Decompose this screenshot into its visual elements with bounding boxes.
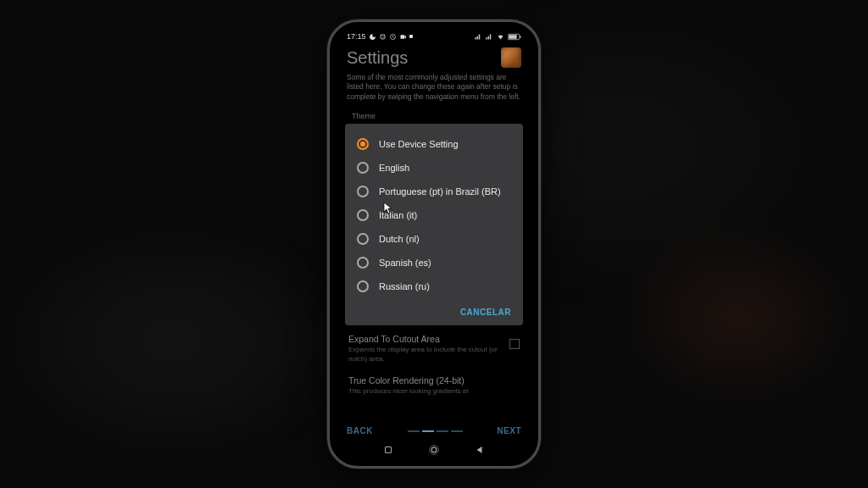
power-button <box>540 149 541 191</box>
radio-icon <box>357 138 369 150</box>
radio-icon <box>357 257 369 269</box>
battery-icon <box>508 33 521 41</box>
setting-title: True Color Rendering (24-bit) <box>348 375 520 385</box>
option-label: Dutch (nl) <box>379 234 420 244</box>
setting-expand-cutout[interactable]: Expand To Cutout Area Expands the displa… <box>347 325 521 367</box>
option-label: English <box>379 163 409 173</box>
signal-icon <box>474 33 482 41</box>
option-dutch[interactable]: Dutch (nl) <box>345 227 523 251</box>
setting-true-color[interactable]: True Color Rendering (24-bit) This produ… <box>347 367 521 396</box>
option-english[interactable]: English <box>345 156 523 180</box>
option-label: Italian (it) <box>379 210 417 220</box>
language-dialog: Use Device Setting English Portuguese (p… <box>345 124 523 325</box>
checkbox-expand[interactable] <box>509 339 520 349</box>
svg-rect-3 <box>520 35 520 37</box>
volume-down-button <box>327 166 328 193</box>
moon-icon <box>369 33 376 41</box>
svg-rect-4 <box>386 447 392 453</box>
cancel-button[interactable]: CANCELAR <box>460 308 511 317</box>
status-bar: 17:15 <box>335 27 533 42</box>
option-portuguese[interactable]: Portuguese (pt) in Brazil (BR) <box>345 180 523 203</box>
option-label: Portuguese (pt) in Brazil (BR) <box>379 186 501 197</box>
video-icon <box>399 33 407 41</box>
setting-title: Expand To Cutout Area <box>348 334 501 344</box>
section-label-theme: Theme <box>347 112 521 120</box>
radio-icon <box>357 233 369 245</box>
svg-rect-2 <box>509 35 517 38</box>
radio-icon <box>357 280 369 292</box>
avatar[interactable] <box>501 47 521 68</box>
option-russian[interactable]: Russian (ru) <box>345 274 523 298</box>
status-dot-icon <box>409 35 413 38</box>
clock-icon <box>389 33 397 41</box>
next-button[interactable]: NEXT <box>497 426 521 435</box>
status-time: 17:15 <box>347 32 366 41</box>
option-spanish[interactable]: Spanish (es) <box>345 251 523 274</box>
wifi-icon <box>496 33 505 41</box>
progress-indicator <box>408 430 463 432</box>
back-button[interactable]: BACK <box>347 426 373 435</box>
option-italian[interactable]: Italian (it) <box>345 203 523 227</box>
setting-desc: Expands the display area to include the … <box>348 346 501 363</box>
option-label: Russian (ru) <box>379 281 430 291</box>
recents-button[interactable] <box>382 444 394 456</box>
content-area: Settings Some of the most commonly adjus… <box>335 42 533 396</box>
option-label: Spanish (es) <box>379 258 431 268</box>
radio-icon <box>357 186 369 197</box>
phone-frame: 17:15 Settings Some of the most commonly… <box>327 19 541 469</box>
alarm-icon <box>379 33 387 41</box>
signal2-icon <box>485 33 493 41</box>
radio-icon <box>357 162 369 174</box>
android-nav-bar <box>335 444 533 456</box>
option-label: Use Device Setting <box>379 139 459 149</box>
svg-point-5 <box>431 447 437 452</box>
svg-point-6 <box>430 446 439 455</box>
radio-icon <box>357 209 369 221</box>
home-button[interactable] <box>428 444 440 456</box>
page-title: Settings <box>347 48 408 68</box>
back-nav-button[interactable] <box>474 444 486 456</box>
page-subtitle: Some of the most commonly adjusted setti… <box>347 73 521 102</box>
wizard-nav: BACK NEXT <box>347 426 521 435</box>
phone-screen: 17:15 Settings Some of the most commonly… <box>335 27 533 461</box>
option-use-device[interactable]: Use Device Setting <box>345 132 523 156</box>
volume-up-button <box>327 132 328 159</box>
setting-desc: This produces nicer looking gradients at <box>348 387 520 396</box>
